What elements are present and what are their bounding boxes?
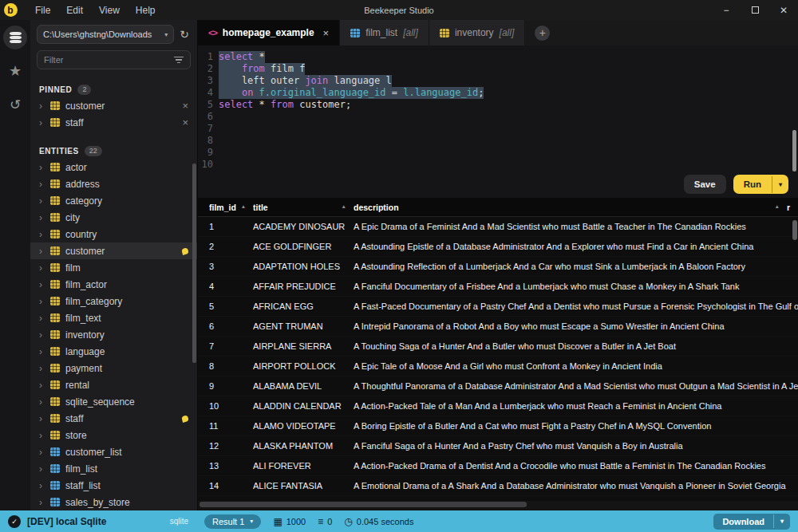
expand-chevron-icon[interactable]: › [39, 498, 45, 507]
entities-item-inventory[interactable]: ›inventory [30, 326, 197, 343]
column-header-description[interactable]: description ▲ [354, 203, 787, 212]
filter-icon[interactable] [174, 57, 184, 64]
filter-input[interactable] [44, 55, 174, 65]
table-row[interactable]: 15ALIEN CENTERA Brilliant Drama of a Cat… [198, 496, 798, 501]
entities-item-film_text[interactable]: ›film_text [30, 309, 197, 326]
expand-chevron-icon[interactable]: › [39, 263, 45, 273]
menu-help[interactable]: Help [128, 2, 164, 18]
pin-icon[interactable] [181, 415, 189, 423]
unpin-close-icon[interactable]: × [182, 100, 188, 111]
expand-chevron-icon[interactable]: › [39, 313, 45, 323]
entities-item-film[interactable]: ›film [30, 259, 197, 276]
table-row[interactable]: 7AIRPLANE SIERRAA Touching Saga of a Hun… [198, 337, 798, 357]
favorites-rail-button[interactable]: ★ [3, 59, 27, 83]
expand-chevron-icon[interactable]: › [39, 481, 45, 491]
expand-chevron-icon[interactable]: › [39, 397, 45, 407]
entities-item-city[interactable]: ›city [30, 209, 197, 226]
expand-chevron-icon[interactable]: › [39, 163, 45, 172]
entities-item-film_category[interactable]: ›film_category [30, 293, 197, 309]
save-button[interactable]: Save [684, 175, 726, 194]
entities-item-payment[interactable]: ›payment [30, 360, 197, 376]
run-button[interactable]: Run ▾ [733, 175, 788, 194]
expand-chevron-icon[interactable]: › [39, 297, 45, 306]
expand-chevron-icon[interactable]: › [39, 179, 45, 189]
pinned-item-staff[interactable]: ›staff× [30, 114, 197, 131]
table-row[interactable]: 14ALICE FANTASIAA Emotional Drama of a A… [198, 476, 798, 496]
maximize-button[interactable] [741, 0, 769, 20]
tab-film_list[interactable]: film_list[all] [340, 20, 429, 45]
code-area[interactable]: 1select *2 from film f3 left outer join … [198, 51, 792, 171]
download-options-caret[interactable]: ▾ [773, 514, 790, 528]
table-row[interactable]: 4AFFAIR PREJUDICEA Fanciful Documentary … [198, 277, 798, 297]
expand-chevron-icon[interactable]: › [39, 213, 45, 223]
sidebar-scrollbar[interactable] [192, 164, 196, 363]
history-rail-button[interactable]: ↺ [3, 93, 27, 116]
unpin-close-icon[interactable]: × [182, 117, 188, 128]
expand-chevron-icon[interactable]: › [39, 196, 45, 206]
entities-item-customer_list[interactable]: ›customer_list [30, 443, 197, 460]
close-button[interactable]: ✕ [769, 0, 798, 20]
expand-chevron-icon[interactable]: › [39, 101, 45, 111]
table-row[interactable]: 1ACADEMY DINOSAURA Epic Drama of a Femin… [198, 217, 798, 237]
table-row[interactable]: 11ALAMO VIDEOTAPEA Boring Epistle of a B… [198, 416, 798, 436]
refresh-icon[interactable]: ↻ [178, 28, 191, 41]
entities-item-category[interactable]: ›category [30, 192, 197, 209]
expand-chevron-icon[interactable]: › [39, 280, 45, 290]
entities-item-actor[interactable]: ›actor [30, 159, 197, 175]
table-row[interactable]: 8AIRPORT POLLOCKA Epic Tale of a Moose A… [198, 357, 798, 376]
tables-rail-button[interactable] [3, 26, 27, 49]
run-button-label[interactable]: Run [733, 175, 772, 194]
entities-item-rental[interactable]: ›rental [30, 376, 197, 393]
close-icon[interactable]: × [323, 27, 330, 39]
table-row[interactable]: 6AGENT TRUMANA Intrepid Panorama of a Ro… [198, 317, 798, 337]
editor-scrollbar[interactable] [792, 130, 796, 171]
minimize-button[interactable]: − [712, 0, 741, 20]
table-row[interactable]: 9ALABAMA DEVILA Thoughtful Panorama of a… [198, 376, 798, 396]
database-selector[interactable]: C:\Users\ghstng\Downloads ▾ [37, 25, 174, 44]
table-row[interactable]: 13ALI FOREVERA Action-Packed Drama of a … [198, 456, 798, 476]
entities-item-address[interactable]: ›address [30, 175, 197, 192]
tab-homepage_example[interactable]: <>homepage_example× [198, 20, 340, 45]
menu-edit[interactable]: Edit [58, 2, 91, 18]
pin-icon[interactable] [181, 247, 189, 255]
pinned-item-customer[interactable]: ›customer× [30, 97, 197, 114]
entities-item-film_actor[interactable]: ›film_actor [30, 276, 197, 293]
results-scrollbar[interactable] [792, 220, 797, 240]
expand-chevron-icon[interactable]: › [39, 118, 45, 128]
result-selector[interactable]: Result 1 ▾ [204, 514, 261, 529]
entities-item-film_list[interactable]: ›film_list [30, 460, 197, 477]
entities-item-staff_list[interactable]: ›staff_list [30, 477, 197, 494]
entities-item-sqlite_sequence[interactable]: ›sqlite_sequence [30, 393, 197, 410]
new-tab-button[interactable]: + [535, 26, 550, 41]
expand-chevron-icon[interactable]: › [39, 414, 45, 424]
expand-chevron-icon[interactable]: › [39, 431, 45, 440]
menu-view[interactable]: View [91, 2, 128, 18]
menu-file[interactable]: File [27, 2, 58, 18]
expand-chevron-icon[interactable]: › [39, 364, 45, 373]
entities-item-store[interactable]: ›store [30, 427, 197, 443]
table-row[interactable]: 12ALASKA PHANTOMA Fanciful Saga of a Hun… [198, 436, 798, 456]
expand-chevron-icon[interactable]: › [39, 464, 45, 474]
table-row[interactable]: 10ALADDIN CALENDARA Action-Packed Tale o… [198, 396, 798, 416]
entities-item-sales_by_store[interactable]: ›sales_by_store [30, 494, 197, 510]
expand-chevron-icon[interactable]: › [39, 330, 45, 340]
column-header-film-id[interactable]: film_id ▲ [209, 203, 253, 212]
tab-inventory[interactable]: inventory[all] [429, 20, 525, 45]
expand-chevron-icon[interactable]: › [39, 380, 45, 390]
entities-item-country[interactable]: ›country [30, 226, 197, 242]
expand-chevron-icon[interactable]: › [39, 246, 45, 256]
sql-editor[interactable]: 1select *2 from film f3 left outer join … [198, 45, 798, 198]
expand-chevron-icon[interactable]: › [39, 447, 45, 457]
table-row[interactable]: 2ACE GOLDFINGERA Astounding Epistle of a… [198, 237, 798, 257]
run-options-caret[interactable]: ▾ [772, 176, 788, 193]
entities-item-language[interactable]: ›language [30, 343, 197, 360]
expand-chevron-icon[interactable]: › [39, 230, 45, 239]
entities-item-staff[interactable]: ›staff [30, 410, 197, 427]
column-header-title[interactable]: title ▲ [253, 203, 354, 212]
expand-chevron-icon[interactable]: › [39, 347, 45, 357]
horizontal-scrollbar[interactable] [200, 502, 527, 507]
table-row[interactable]: 5AFRICAN EGGA Fast-Paced Documentary of … [198, 297, 798, 317]
entities-item-customer[interactable]: ›customer [30, 242, 197, 259]
table-row[interactable]: 3ADAPTATION HOLESA Astounding Reflection… [198, 257, 798, 277]
download-button[interactable]: Download ▾ [713, 514, 790, 530]
